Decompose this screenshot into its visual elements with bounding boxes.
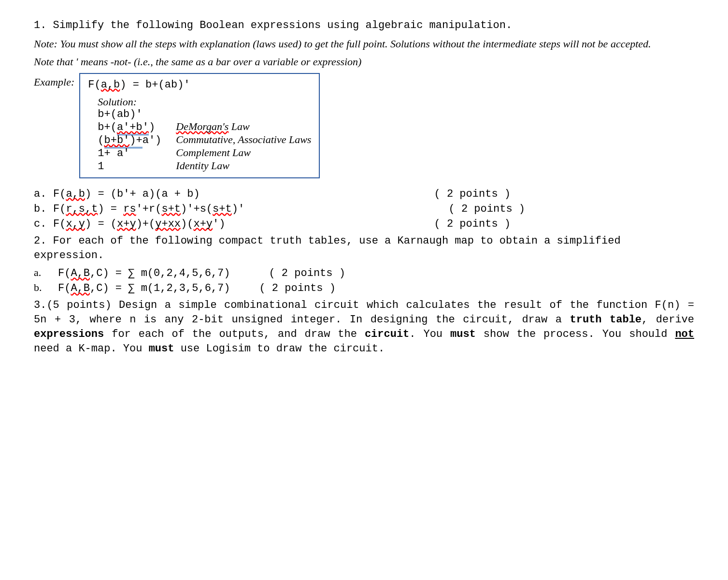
q2b-label: b. (34, 281, 58, 294)
q1a-expr: F(a,b) = (b'+ a)(a + b) (53, 188, 200, 200)
sol-step-1: b+(ab)' (98, 108, 176, 120)
q3-stem: 3.(5 points) Design a simple combination… (34, 298, 694, 356)
law2a: DeMorgan's (176, 120, 228, 132)
q1a-points: ( 2 points ) (434, 188, 694, 200)
q1a-label: a. (34, 188, 53, 200)
q3-b6: must (149, 343, 174, 355)
q2a-label: a. (34, 266, 58, 279)
q2a-row: a. F(A,B,C) = ∑ m(0,2,4,5,6,7) ( 2 point… (34, 266, 694, 279)
example-expression: F(a,b) = b+(ab)' (88, 77, 311, 93)
example-label: Example: (34, 73, 74, 88)
q1b-m2: '+r( (136, 203, 162, 215)
q1b-pre: F( (53, 203, 66, 215)
q2b-points: ( 2 points ) (259, 282, 335, 294)
q1c-expr: F(x,y) = (x+y)+(y+xx)(x+y') (53, 218, 225, 230)
q1c-m1: ) = ( (85, 218, 117, 230)
s3-m1: b+b' (104, 134, 130, 148)
q1b-s2: rs (123, 203, 136, 215)
s2-post: ) (149, 121, 155, 133)
solution-steps: b+(ab)' b+(a'+b') DeMorgan's Law (b+b')+… (98, 108, 311, 173)
q1c-m2: )+( (136, 218, 156, 230)
expr-post: ) = b+(ab)' (120, 79, 190, 91)
sol-step-4: 1+ a' (98, 146, 176, 160)
q1b-s4: s+t (213, 203, 232, 215)
sol-step-5: 1 (98, 160, 176, 173)
example-box: F(a,b) = b+(ab)' Solution: b+(ab)' b+(a'… (79, 73, 320, 178)
law2b: Law (228, 120, 249, 132)
q3-t5: show the process. You should (476, 328, 675, 340)
q1c-points: ( 2 points ) (434, 218, 694, 230)
q2a-sq: A,B (71, 267, 90, 279)
q2b-sq: A,B (71, 282, 90, 294)
q1c-label: c. (34, 218, 53, 230)
q3-b4: must (450, 328, 476, 340)
example-block: Example: F(a,b) = b+(ab)' Solution: b+(a… (34, 73, 694, 178)
q1b-m3: )'+s( (181, 203, 213, 215)
s3-m2: )+ (129, 134, 142, 148)
q3-t3: for each of the outputs, and draw the (104, 328, 365, 340)
q1b-row: b. F(r,s,t) = rs'+r(s+t)'+s(s+t)' ( 2 po… (34, 203, 694, 215)
q1b-expr: F(r,s,t) = rs'+r(s+t)'+s(s+t)' (53, 203, 244, 215)
q1b-s3: s+t (161, 203, 181, 215)
q2a-points: ( 2 points ) (269, 267, 345, 279)
q1a-sq: a,b (66, 188, 85, 200)
q3-t6: need a K-map. You (34, 343, 149, 355)
q1c-pre: F( (53, 218, 66, 230)
s3-pre: ( (98, 134, 104, 146)
sol-law-2: DeMorgan's Law (176, 120, 311, 133)
q1b-label: b. (34, 203, 53, 215)
q2-stem: 2. For each of the following compact tru… (34, 234, 694, 262)
q1c-m3: )( (181, 218, 193, 230)
q1b-m4: )' (232, 203, 244, 215)
s2-mid: a'+b' (117, 121, 149, 135)
q3-b1: truth table (570, 314, 642, 326)
q2b-expr: F(A,B,C) = ∑ m(1,2,3,5,6,7) (58, 282, 230, 294)
sol-law-1 (176, 108, 311, 120)
q1-note2: Note that ' means -not- (i.e., the same … (34, 55, 694, 69)
q3-b5: not (675, 328, 694, 340)
q3-t4: . You (409, 328, 450, 340)
q3-t7: use Logisim to draw the circuit. (174, 343, 385, 355)
q1c-s2: x+y (117, 218, 136, 230)
expr-pre: F( (88, 79, 100, 91)
q2a-pre: F( (58, 267, 71, 279)
q1b-m1: ) = (98, 203, 123, 215)
q2a-expr: F(A,B,C) = ∑ m(0,2,4,5,6,7) (58, 267, 230, 279)
q1b-points: ( 2 points ) (449, 203, 694, 215)
sol-law-4: Complement Law (176, 146, 311, 160)
expr-ab: a,b (101, 79, 120, 91)
sol-step-3: (b+b')+a') (98, 133, 176, 146)
q1-note1: Note: You must show all the steps with e… (34, 37, 694, 51)
q3-b3: circuit (365, 328, 409, 340)
q1c-s1: x,y (66, 218, 85, 230)
q2b-row: b. F(A,B,C) = ∑ m(1,2,3,5,6,7) ( 2 point… (34, 281, 694, 294)
q1c-s3: y+xx (155, 218, 181, 230)
q2b-post: ,C) = ∑ m(1,2,3,5,6,7) (90, 282, 230, 294)
sol-step-2: b+(a'+b') (98, 120, 176, 133)
q1-stem: 1. Simplify the following Boolean expres… (34, 18, 694, 33)
q3-b2: expressions (34, 328, 104, 340)
sol-law-5: Identity Law (176, 160, 311, 173)
q1c-s4: x+y (193, 218, 213, 230)
q1c-row: c. F(x,y) = (x+y)+(y+xx)(x+y') ( 2 point… (34, 218, 694, 230)
q1a-row: a. F(a,b) = (b'+ a)(a + b) ( 2 points ) (34, 188, 694, 200)
q1c-m4: ') (213, 218, 225, 230)
q2b-pre: F( (58, 282, 71, 294)
q3-t2: , derive (642, 314, 694, 326)
q1b-s1: r,s,t (66, 203, 98, 215)
q1a-pre: F( (53, 188, 66, 200)
s2-pre: b+( (98, 121, 117, 133)
s3-post: a') (143, 134, 162, 146)
solution-label: Solution: (98, 96, 311, 108)
q1a-mid: ) = (b'+ a)(a + b) (85, 188, 200, 200)
sol-law-3: Commutative, Associative Laws (176, 133, 311, 146)
q2a-post: ,C) = ∑ m(0,2,4,5,6,7) (90, 267, 230, 279)
